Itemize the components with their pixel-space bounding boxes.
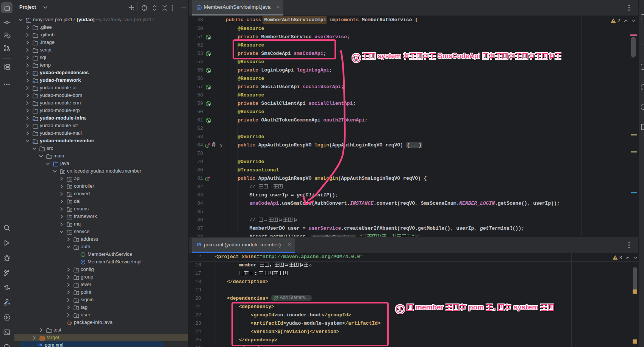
svg-text:?: ? <box>8 35 9 39</box>
